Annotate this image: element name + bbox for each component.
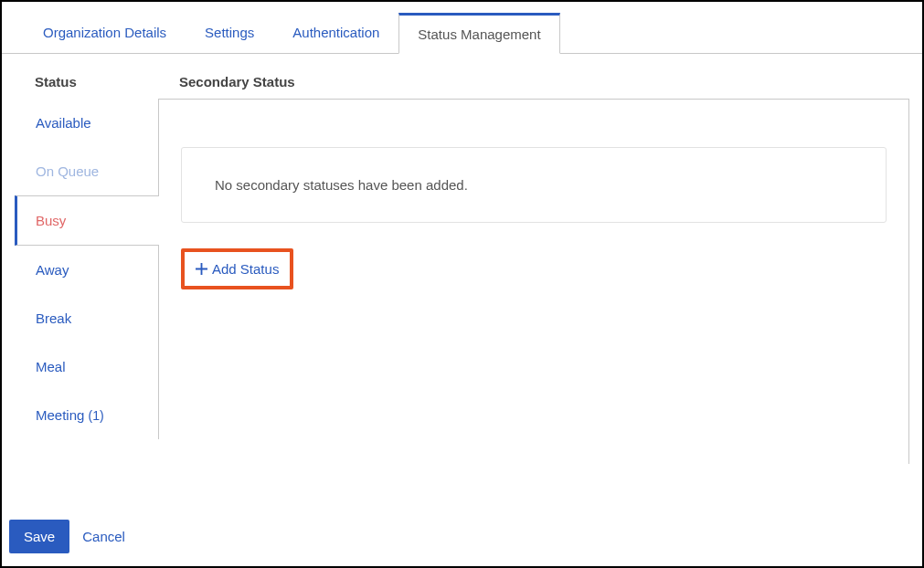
page-container: Organization Details Settings Authentica… [0,0,924,568]
status-list: Available On Queue Busy Away Break Meal … [15,99,159,439]
scroll-area[interactable]: Status Secondary Status Available On Que… [15,54,909,490]
secondary-empty-card: No secondary statuses have been added. [181,147,887,223]
tab-bar: Organization Details Settings Authentica… [2,2,922,54]
status-item-meeting[interactable]: Meeting (1) [15,391,158,439]
save-button[interactable]: Save [9,520,69,553]
highlight-box: Add Status [181,248,293,289]
status-item-meal[interactable]: Meal [15,342,158,391]
plus-icon [196,263,207,275]
tab-authentication[interactable]: Authentication [273,13,398,54]
tab-status-management[interactable]: Status Management [398,13,559,54]
status-item-meeting-count: (1) [89,408,104,423]
footer-actions: Save Cancel [9,520,125,553]
header-status: Status [35,74,179,89]
header-secondary-status: Secondary Status [179,74,909,89]
add-status-wrap: Add Status [181,248,293,289]
secondary-empty-message: No secondary statuses have been added. [215,177,468,193]
status-item-on-queue[interactable]: On Queue [15,147,158,195]
status-item-break[interactable]: Break [15,294,158,342]
content-wrap: Status Secondary Status Available On Que… [15,54,909,490]
column-headers: Status Secondary Status [15,54,909,99]
body-row: Available On Queue Busy Away Break Meal … [15,99,909,464]
cancel-button[interactable]: Cancel [82,529,125,544]
tab-settings[interactable]: Settings [186,13,273,54]
add-status-button[interactable]: Add Status [186,254,288,284]
status-item-available[interactable]: Available [15,99,158,147]
add-status-label: Add Status [212,261,279,277]
secondary-status-panel: No secondary statuses have been added. A… [159,99,909,464]
status-item-away[interactable]: Away [15,246,158,294]
status-item-busy[interactable]: Busy [15,195,158,246]
status-item-meeting-label: Meeting [36,407,84,423]
tab-organization-details[interactable]: Organization Details [24,13,186,54]
